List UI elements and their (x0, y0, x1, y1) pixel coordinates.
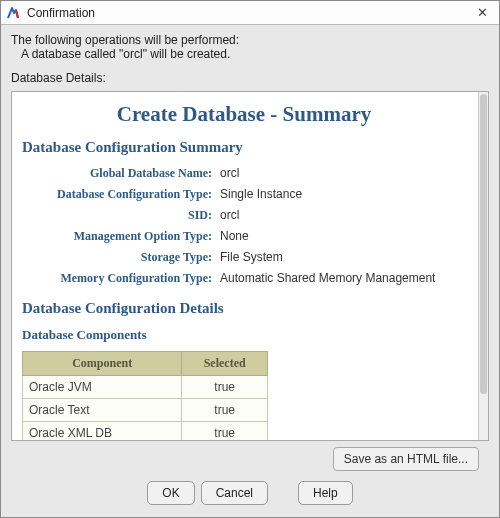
footer-row-2: OK Cancel Help (11, 471, 489, 517)
save-html-button[interactable]: Save as an HTML file... (333, 447, 479, 471)
col-selected: Selected (182, 352, 268, 376)
summary-label: Global Database Name: (22, 166, 212, 181)
summary-value: None (220, 229, 466, 244)
summary-label: Management Option Type: (22, 229, 212, 244)
scrollbar-thumb[interactable] (480, 94, 487, 394)
prompt-text: The following operations will be perform… (11, 33, 489, 47)
summary-value: Single Instance (220, 187, 466, 202)
summary-grid: Global Database Name: orcl Database Conf… (22, 166, 466, 286)
footer-row-1: Save as an HTML file... (11, 441, 489, 471)
config-summary-heading: Database Configuration Summary (22, 139, 466, 156)
summary-label: Storage Type: (22, 250, 212, 265)
table-row: Oracle XML DB true (23, 422, 268, 441)
scrollbar[interactable] (478, 92, 488, 440)
summary-value: orcl (220, 166, 466, 181)
app-icon (5, 5, 21, 21)
summary-value: orcl (220, 208, 466, 223)
summary-label: Memory Configuration Type: (22, 271, 212, 286)
cancel-button[interactable]: Cancel (201, 481, 268, 505)
details-label: Database Details: (11, 71, 489, 85)
page-title: Create Database - Summary (22, 102, 466, 127)
component-selected: true (182, 399, 268, 422)
close-button[interactable]: ✕ (471, 4, 493, 22)
help-button[interactable]: Help (298, 481, 353, 505)
summary-label: Database Configuration Type: (22, 187, 212, 202)
titlebar: Confirmation ✕ (1, 1, 499, 25)
summary-value: File System (220, 250, 466, 265)
component-selected: true (182, 376, 268, 399)
summary-value: Automatic Shared Memory Management (220, 271, 466, 286)
summary-label: SID: (22, 208, 212, 223)
col-component: Component (23, 352, 182, 376)
table-row: Oracle Text true (23, 399, 268, 422)
ok-button[interactable]: OK (147, 481, 194, 505)
dialog-body: The following operations will be perform… (1, 25, 499, 517)
component-name: Oracle JVM (23, 376, 182, 399)
component-selected: true (182, 422, 268, 441)
component-name: Oracle XML DB (23, 422, 182, 441)
components-heading: Database Components (22, 327, 466, 343)
details-panel: Create Database - Summary Database Confi… (11, 91, 489, 441)
confirmation-dialog: Confirmation ✕ The following operations … (0, 0, 500, 518)
component-name: Oracle Text (23, 399, 182, 422)
window-title: Confirmation (27, 6, 471, 20)
components-table: Component Selected Oracle JVM true Oracl… (22, 351, 268, 440)
prompt-subtext: A database called "orcl" will be created… (21, 47, 489, 61)
table-row: Oracle JVM true (23, 376, 268, 399)
config-details-heading: Database Configuration Details (22, 300, 466, 317)
details-content: Create Database - Summary Database Confi… (12, 92, 476, 440)
